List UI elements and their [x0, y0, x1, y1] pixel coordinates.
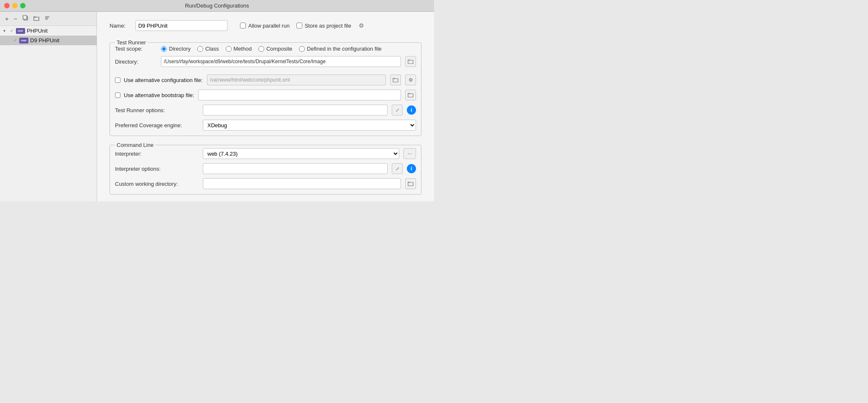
add-config-button[interactable]: +: [3, 14, 10, 23]
radio-composite[interactable]: Composite: [258, 46, 292, 52]
name-input[interactable]: [135, 20, 227, 31]
window-controls[interactable]: [4, 3, 26, 8]
radio-config-file-input[interactable]: [299, 46, 305, 52]
coverage-row: Preferred Coverage engine: XDebug: [115, 120, 416, 131]
check-icon-item: ✓: [13, 38, 17, 43]
interpreter-dots-button[interactable]: ···: [403, 148, 416, 159]
directory-browse-button[interactable]: [405, 56, 416, 67]
main-layout: + −: [0, 12, 434, 201]
test-runner-section: Test Runner Test scope: Directory Class: [110, 39, 421, 136]
check-icon: ✓: [10, 28, 14, 33]
sidebar-tree: ▾ ✓ PHP PHPUnit ✓ PHP D9 PHPUnit: [0, 26, 97, 201]
test-runner-options-info-button[interactable]: i: [407, 105, 416, 115]
info-icon-interp: i: [411, 166, 412, 172]
test-scope-row: Test scope: Directory Class Method: [115, 46, 416, 52]
close-button[interactable]: [4, 3, 10, 8]
interpreter-options-expand-button[interactable]: ⤢: [392, 163, 403, 174]
info-icon: i: [411, 107, 412, 113]
coverage-select[interactable]: XDebug: [203, 120, 416, 131]
sort-config-button[interactable]: [43, 14, 52, 23]
tree-group-phpunit: ▾ ✓ PHP PHPUnit ✓ PHP D9 PHPUnit: [0, 26, 97, 45]
interpreter-options-label: Interpreter options:: [115, 166, 199, 172]
store-project-gear-button[interactable]: ⚙: [358, 21, 365, 30]
alt-config-row: Use alternative configuration file: ⚙: [115, 74, 416, 85]
custom-working-dir-input[interactable]: [203, 178, 401, 189]
interpreter-select[interactable]: web (7.4.23): [203, 148, 399, 159]
alt-config-browse-button[interactable]: [390, 74, 401, 85]
test-runner-options-input[interactable]: [203, 105, 388, 116]
radio-composite-label: Composite: [266, 46, 292, 52]
interpreter-label: Interpreter:: [115, 151, 199, 157]
radio-composite-input[interactable]: [258, 46, 264, 52]
alt-bootstrap-browse-button[interactable]: [405, 90, 416, 100]
custom-working-dir-browse-button[interactable]: [405, 178, 416, 189]
top-right-options: Allow parallel run Store as project file…: [240, 21, 365, 30]
folder-working-dir-icon: [408, 181, 414, 186]
directory-row: Directory:: [115, 56, 416, 67]
interpreter-options-row: Interpreter options: ⤢ i: [115, 163, 416, 174]
alt-bootstrap-checkbox[interactable]: [115, 92, 120, 98]
interpreter-row: Interpreter: web (7.4.23) ···: [115, 148, 416, 159]
tree-item-d9phpunit[interactable]: ✓ PHP D9 PHPUnit: [0, 36, 97, 45]
tree-item-label: D9 PHPUnit: [30, 37, 59, 44]
window-title: Run/Debug Configurations: [185, 3, 249, 9]
alt-bootstrap-input[interactable]: [198, 90, 401, 100]
radio-directory-input[interactable]: [161, 46, 167, 52]
radio-method-input[interactable]: [226, 46, 232, 52]
test-runner-options-expand-button[interactable]: ⤢: [392, 105, 403, 116]
store-project-checkbox[interactable]: [296, 23, 302, 28]
alt-config-checkbox-wrapper: Use alternative configuration file:: [115, 77, 203, 83]
coverage-label: Preferred Coverage engine:: [115, 122, 199, 128]
php-badge-item-icon: PHP: [19, 38, 28, 44]
radio-class[interactable]: Class: [197, 46, 219, 52]
test-runner-options-row: Test Runner options: ⤢ i: [115, 105, 416, 116]
folder-config-button[interactable]: [32, 14, 41, 23]
interpreter-options-info-button[interactable]: i: [407, 164, 416, 173]
alt-bootstrap-row: Use alternative bootstrap file:: [115, 90, 416, 100]
command-line-legend: Command Line: [115, 142, 155, 148]
copy-icon: [23, 15, 28, 21]
folder-browse-icon: [408, 59, 414, 64]
folder-alt-bootstrap-icon: [408, 92, 414, 98]
store-project-label[interactable]: Store as project file: [296, 23, 351, 29]
alt-bootstrap-checkbox-wrapper: Use alternative bootstrap file:: [115, 92, 194, 98]
radio-directory-label: Directory: [169, 46, 191, 52]
folder-alt-config-icon: [393, 77, 398, 82]
radio-directory[interactable]: Directory: [161, 46, 191, 52]
alt-config-gear-button[interactable]: ⚙: [405, 74, 416, 85]
minimize-button[interactable]: [12, 3, 18, 8]
directory-input[interactable]: [161, 56, 401, 67]
sidebar-toolbar: + −: [0, 12, 97, 26]
sidebar: + −: [0, 12, 97, 201]
radio-method-label: Method: [234, 46, 252, 52]
radio-class-input[interactable]: [197, 46, 203, 52]
tree-group-header-phpunit[interactable]: ▾ ✓ PHP PHPUnit: [0, 26, 97, 36]
alt-config-label: Use alternative configuration file:: [124, 77, 203, 83]
directory-label: Directory:: [115, 59, 157, 65]
alt-bootstrap-label: Use alternative bootstrap file:: [124, 92, 194, 98]
command-line-section: Command Line Interpreter: web (7.4.23) ·…: [110, 142, 421, 195]
radio-config-file[interactable]: Defined in the configuration file: [299, 46, 382, 52]
copy-config-button[interactable]: [21, 14, 30, 23]
name-label: Name:: [110, 23, 130, 29]
maximize-button[interactable]: [20, 3, 26, 8]
radio-config-file-label: Defined in the configuration file: [307, 46, 382, 52]
radio-method[interactable]: Method: [226, 46, 252, 52]
alt-config-input[interactable]: [207, 74, 386, 85]
name-options-row: Name: Allow parallel run Store as projec…: [110, 20, 421, 31]
custom-working-dir-label: Custom working directory:: [115, 181, 199, 187]
allow-parallel-label[interactable]: Allow parallel run: [240, 23, 290, 29]
title-bar: Run/Debug Configurations: [0, 0, 434, 12]
svg-rect-1: [23, 15, 27, 19]
custom-working-dir-row: Custom working directory:: [115, 178, 416, 189]
alt-config-checkbox[interactable]: [115, 77, 120, 83]
remove-config-button[interactable]: −: [12, 14, 19, 23]
test-runner-legend: Test Runner: [115, 39, 148, 46]
test-scope-label: Test scope:: [115, 46, 157, 52]
content-area: Name: Allow parallel run Store as projec…: [97, 12, 434, 201]
sort-icon: [44, 15, 50, 21]
tree-group-label: PHPUnit: [27, 28, 48, 34]
separator: [115, 71, 416, 74]
allow-parallel-checkbox[interactable]: [240, 23, 246, 28]
interpreter-options-input[interactable]: [203, 163, 388, 174]
